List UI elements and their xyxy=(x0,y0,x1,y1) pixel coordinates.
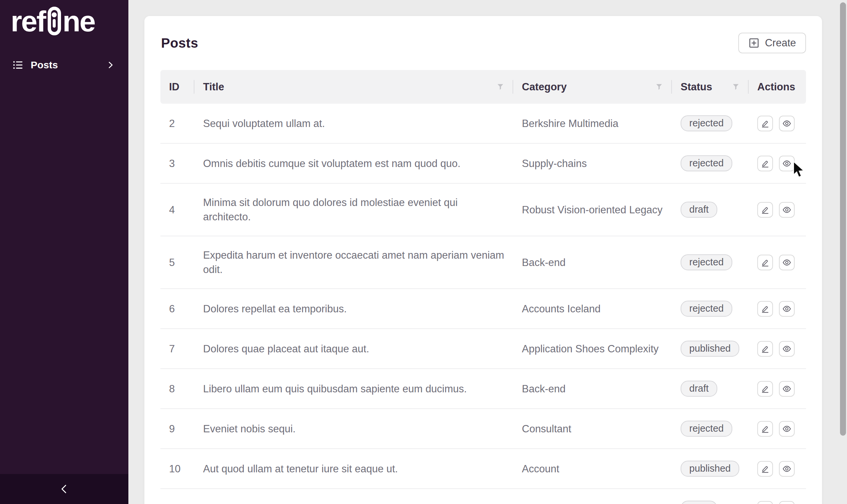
cell-actions xyxy=(748,104,806,143)
sidebar-nav: Posts xyxy=(0,53,128,77)
app-logo[interactable]: ref ne xyxy=(0,0,128,37)
cell-id: 8 xyxy=(160,369,194,409)
table-row: 11 Doloribus eaque in Maroon Set draft xyxy=(160,489,806,504)
filter-icon[interactable] xyxy=(655,83,663,91)
cell-status: rejected xyxy=(672,104,748,143)
edit-button[interactable] xyxy=(757,156,773,171)
table-row: 3 Omnis debitis cumque sit voluptatem es… xyxy=(160,143,806,183)
logo-text-suffix: ne xyxy=(63,7,95,36)
edit-button[interactable] xyxy=(757,202,773,218)
cell-status: rejected xyxy=(672,143,748,183)
column-header-actions: Actions xyxy=(748,70,806,104)
filter-icon[interactable] xyxy=(731,83,740,91)
cell-actions xyxy=(748,489,806,504)
show-button[interactable] xyxy=(779,255,795,270)
column-header-id: ID xyxy=(160,70,194,104)
unordered-list-icon xyxy=(13,60,23,70)
chevron-left-icon xyxy=(58,483,71,495)
status-badge: rejected xyxy=(681,155,732,171)
show-button[interactable] xyxy=(779,341,795,357)
table-row: 2 Sequi voluptatem ullam at. Berkshire M… xyxy=(160,104,806,143)
table-row: 4 Minima sit dolorum quo dolores id mole… xyxy=(160,183,806,236)
edit-button[interactable] xyxy=(757,255,773,270)
cell-title: Dolores quae placeat aut itaque aut. xyxy=(194,329,513,369)
cell-status: draft xyxy=(672,183,748,236)
eye-icon xyxy=(782,424,791,433)
cell-actions xyxy=(748,409,806,449)
edit-pencil-icon xyxy=(761,205,770,214)
status-badge: rejected xyxy=(681,115,732,131)
edit-pencil-icon xyxy=(761,304,770,313)
edit-pencil-icon xyxy=(761,159,770,168)
plus-square-icon xyxy=(748,37,760,49)
show-button[interactable] xyxy=(779,116,795,131)
edit-button[interactable] xyxy=(757,301,773,317)
sidebar-collapse-button[interactable] xyxy=(0,474,128,504)
edit-pencil-icon xyxy=(761,258,770,267)
show-button[interactable] xyxy=(779,202,795,218)
scrollbar[interactable] xyxy=(840,2,846,436)
cell-category: Berkshire Multimedia xyxy=(513,104,672,143)
edit-pencil-icon xyxy=(761,384,770,393)
edit-button[interactable] xyxy=(757,381,773,397)
eye-icon xyxy=(782,344,791,353)
cell-status: rejected xyxy=(672,289,748,329)
cell-title: Eveniet nobis sequi. xyxy=(194,409,513,449)
table-row: 9 Eveniet nobis sequi. Consultant reject… xyxy=(160,409,806,449)
create-button[interactable]: Create xyxy=(738,33,806,53)
cell-status: published xyxy=(672,329,748,369)
filter-icon[interactable] xyxy=(496,83,505,91)
logo-text-prefix: ref xyxy=(11,7,45,36)
table-row: 7 Dolores quae placeat aut itaque aut. A… xyxy=(160,329,806,369)
cell-category: Back-end xyxy=(513,236,672,289)
cell-title: Expedita harum et inventore occaecati am… xyxy=(194,236,513,289)
edit-button[interactable] xyxy=(757,116,773,131)
sidebar: ref ne Posts xyxy=(0,0,128,504)
cell-status: draft xyxy=(672,489,748,504)
status-badge: rejected xyxy=(681,254,732,270)
posts-table: ID Title Category xyxy=(160,70,806,504)
logo-i-mark xyxy=(48,7,61,35)
show-button[interactable] xyxy=(779,381,795,397)
table-row: 8 Libero ullam eum quis quibusdam sapien… xyxy=(160,369,806,409)
cell-category: Robust Vision-oriented Legacy xyxy=(513,183,672,236)
show-button[interactable] xyxy=(779,461,795,477)
column-header-status: Status xyxy=(672,70,748,104)
edit-button[interactable] xyxy=(757,501,773,504)
table-header-row: ID Title Category xyxy=(160,70,806,104)
cell-actions xyxy=(748,289,806,329)
show-button[interactable] xyxy=(779,501,795,504)
status-badge: draft xyxy=(681,501,717,504)
show-button[interactable] xyxy=(779,421,795,437)
cell-title: Sequi voluptatem ullam at. xyxy=(194,104,513,143)
cell-category: Account xyxy=(513,449,672,489)
cell-category: Accounts Iceland xyxy=(513,289,672,329)
eye-icon xyxy=(782,384,791,393)
cell-actions xyxy=(748,369,806,409)
column-header-category: Category xyxy=(513,70,672,104)
show-button[interactable] xyxy=(779,301,795,317)
cell-actions xyxy=(748,449,806,489)
cell-actions xyxy=(748,143,806,183)
column-header-title: Title xyxy=(194,70,513,104)
cell-id: 5 xyxy=(160,236,194,289)
edit-button[interactable] xyxy=(757,421,773,437)
cell-category: Supply-chains xyxy=(513,143,672,183)
show-button[interactable] xyxy=(779,156,795,171)
edit-pencil-icon xyxy=(761,464,770,473)
cell-title: Dolores repellat ea temporibus. xyxy=(194,289,513,329)
status-badge: published xyxy=(681,341,739,357)
edit-button[interactable] xyxy=(757,341,773,357)
cell-title: Doloribus eaque in xyxy=(194,489,513,504)
cell-status: rejected xyxy=(672,409,748,449)
cell-status: rejected xyxy=(672,236,748,289)
edit-button[interactable] xyxy=(757,461,773,477)
posts-card: Posts Create ID xyxy=(144,16,822,504)
table-row: 10 Aut quod ullam at tenetur iure sit ea… xyxy=(160,449,806,489)
sidebar-item-posts[interactable]: Posts xyxy=(0,53,128,77)
cell-id: 4 xyxy=(160,183,194,236)
cell-id: 9 xyxy=(160,409,194,449)
cell-status: draft xyxy=(672,369,748,409)
table-row: 5 Expedita harum et inventore occaecati … xyxy=(160,236,806,289)
eye-icon xyxy=(782,205,791,214)
